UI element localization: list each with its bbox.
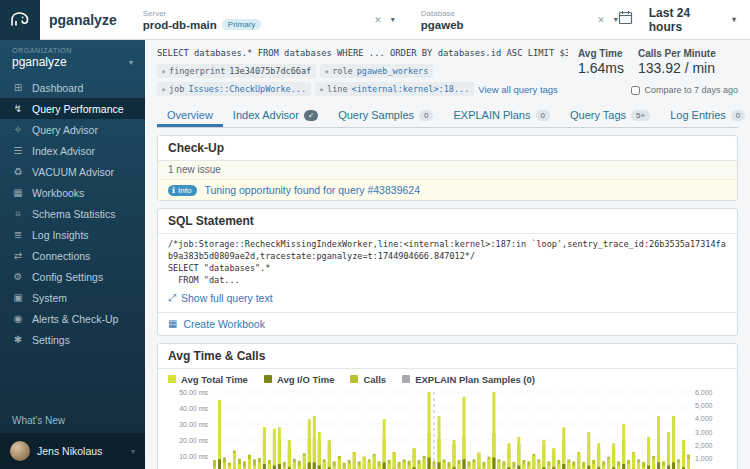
legend-swatch [264,375,272,383]
create-workbook-link[interactable]: ▦ Create Workbook [158,312,737,335]
sidebar-item-label: Connections [32,250,90,262]
calendar-icon[interactable] [618,10,633,29]
database-selector[interactable]: Database pgaweb ✕ ▾ [421,9,618,31]
svg-text:40.00 ms: 40.00 ms [179,404,208,411]
server-selector[interactable]: Server prod-db-main Primary ✕ ▾ [143,9,395,31]
sidebar-item-index-advisor[interactable]: ☰Index Advisor [0,140,145,161]
query-stats: Avg Time 1.64ms Calls Per Minute 133.92 … [578,48,738,76]
sidebar-item-connections[interactable]: ⇄Connections [0,245,145,266]
workbook-icon: ▦ [168,318,177,329]
sidebar-item-config-settings[interactable]: ⚙Config Settings [0,266,145,287]
tag-role-value: pgaweb_workers [357,66,429,76]
tab-log-entries[interactable]: Log Entries0 [660,104,750,127]
user-name: Jens Nikolaus [37,445,124,457]
log-insights-icon: ≣ [12,229,24,240]
legend-swatch [350,375,358,383]
svg-text:1,000: 1,000 [695,455,713,462]
show-full-query-link[interactable]: ⤢ Show full query text [168,292,273,304]
compare-checkbox[interactable] [631,86,640,95]
svg-text:50.00 ms: 50.00 ms [179,388,208,395]
database-clear-icon[interactable]: ✕ [597,15,605,25]
svg-text:2,000: 2,000 [695,441,713,448]
sidebar-item-label: Workbooks [32,187,84,199]
system-icon: ▣ [12,292,24,303]
check-up-issue-row: ℹ Info Tuning opportunity found for quer… [158,180,737,200]
sidebar-item-settings[interactable]: ✱Settings [0,329,145,350]
legend-swatch [168,375,176,383]
tag-role-label: role [332,66,352,76]
tag-line-value: <internal:kernel>:18... [352,84,470,94]
tab-explain-plans[interactable]: EXPLAIN Plans0 [443,104,560,127]
organization-selector[interactable]: pganalyze ▾ [12,55,133,69]
pganalyze-logo[interactable] [0,0,40,40]
database-label: Database [421,9,464,18]
sidebar-item-workbooks[interactable]: ▦Workbooks [0,182,145,203]
query-tags-row: ● fingerprint 13e34075b7dc66af ● role pg… [157,64,568,96]
svg-text:6,000: 6,000 [695,388,713,395]
sidebar-item-system[interactable]: ▣System [0,287,145,308]
tab-query-samples[interactable]: Query Samples0 [328,104,443,127]
sidebar-item-dashboard[interactable]: ⊞Dashboard [0,77,145,98]
sidebar-item-label: Alerts & Check-Up [32,313,118,325]
show-full-query-label: Show full query text [181,292,273,304]
legend-item-avg-i-o-time[interactable]: Avg I/O Time [264,374,335,385]
tab-badge: 5+ [631,110,650,121]
svg-text:10.00 ms: 10.00 ms [179,452,208,459]
tab-label: EXPLAIN Plans [453,109,530,121]
view-all-query-tags-link[interactable]: View all query tags [478,84,558,95]
tag-fingerprint[interactable]: ● fingerprint 13e34075b7dc66af [157,64,316,78]
expand-icon: ⤢ [168,292,176,304]
sql-text: /*job:Storage::RecheckMissingIndexWorker… [168,239,727,287]
time-range-selector[interactable]: Last 24 hours ▾ [649,6,736,34]
calls-per-minute-value: 133.92 / min [638,60,716,76]
info-badge-label: Info [178,186,191,195]
sidebar-item-label: Index Advisor [32,145,95,157]
tag-job[interactable]: ● job Issues::CheckUpWorke... [157,82,311,96]
tag-fingerprint-value: 13e34075b7dc66af [229,66,311,76]
dashboard-icon: ⊞ [12,82,24,93]
sidebar-item-label: Dashboard [32,82,83,94]
query-tabs: OverviewIndex Advisor✓Query Samples0EXPL… [157,104,738,128]
server-label: Server [143,9,262,18]
role-icon: ● [325,68,328,74]
svg-text:30.00 ms: 30.00 ms [179,420,208,427]
query-performance-icon: ↯ [12,103,24,114]
legend-item-avg-total-time[interactable]: Avg Total Time [168,374,248,385]
workbooks-icon: ▦ [12,187,24,198]
tab-label: Query Tags [570,109,626,121]
user-menu[interactable]: Jens Nikolaus ▾ [0,433,145,469]
config-settings-icon: ⚙ [12,271,24,282]
legend-item-calls[interactable]: Calls [350,374,386,385]
avg-time-stat: Avg Time 1.64ms [578,48,624,76]
sidebar-item-log-insights[interactable]: ≣Log Insights [0,224,145,245]
avg-time-calls-chart: 0.00 ms10.00 ms20.00 ms30.00 ms40.00 ms5… [168,387,727,469]
organization-label: ORGANIZATION [12,47,133,54]
settings-icon: ✱ [12,334,24,345]
compare-toggle[interactable]: Compare to 7 days ago [578,85,738,95]
sidebar-item-query-performance[interactable]: ↯Query Performance [0,98,145,119]
sidebar-item-query-advisor[interactable]: ✧Query Advisor [0,119,145,140]
sidebar-item-alerts-check-up[interactable]: ◉Alerts & Check-Up [0,308,145,329]
server-clear-icon[interactable]: ✕ [374,15,382,25]
tuning-opportunity-link[interactable]: Tuning opportunity found for query #4383… [204,184,420,196]
sidebar-item-schema-statistics[interactable]: ⌗Schema Statistics [0,203,145,224]
tag-job-label: job [169,84,184,94]
organization-dropdown-icon: ▾ [129,58,133,67]
chart-legend: Avg Total TimeAvg I/O TimeCallsEXPLAIN P… [168,374,727,385]
legend-label: EXPLAIN Plan Samples (0) [415,374,535,385]
legend-item-explain-plan-samples-0[interactable]: EXPLAIN Plan Samples (0) [402,374,535,385]
tag-line[interactable]: ● line <internal:kernel>:18... [315,82,474,96]
avg-time-value: 1.64ms [578,60,624,76]
query-title: SELECT databases.* FROM databases WHERE … [157,48,568,58]
server-dropdown-icon[interactable]: ▾ [391,15,395,24]
app-root: pganalyze Server prod-db-main Primary ✕ … [0,0,750,469]
sidebar-item-label: System [32,292,67,304]
tab-overview[interactable]: Overview [157,104,223,127]
brand-wordmark[interactable]: pganalyze [49,12,117,28]
tag-role[interactable]: ● role pgaweb_workers [320,64,433,78]
sidebar-item-vacuum-advisor[interactable]: ♻VACUUM Advisor [0,161,145,182]
whats-new-link[interactable]: What's New [0,408,145,433]
tab-index-advisor[interactable]: Index Advisor✓ [223,104,328,127]
tab-query-tags[interactable]: Query Tags5+ [560,104,660,127]
check-up-card: Check-Up 1 new issue ℹ Info Tuning oppor… [157,135,738,201]
